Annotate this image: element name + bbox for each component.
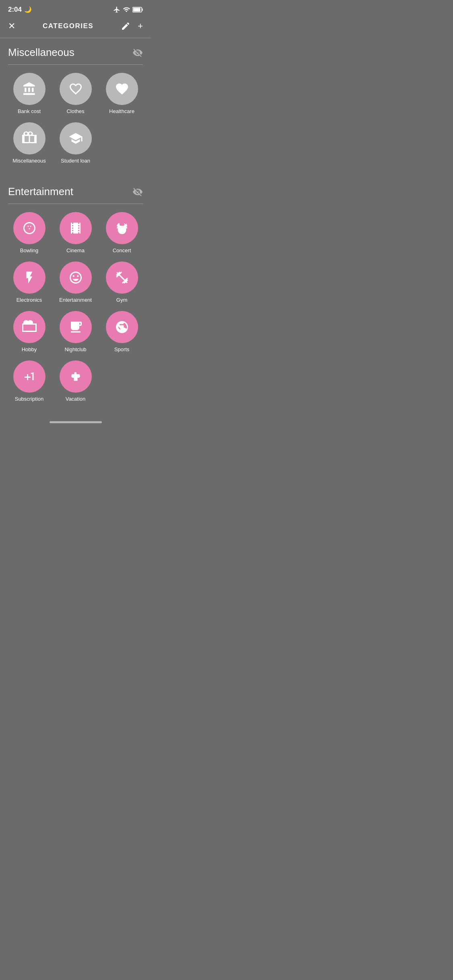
concert-icon	[115, 221, 129, 235]
clothes-icon-bg	[60, 73, 92, 105]
section-entertainment: Entertainment Bowling	[0, 177, 151, 406]
student-icon-bg	[60, 122, 92, 154]
category-cinema[interactable]: Cinema	[54, 212, 97, 253]
wifi-icon	[123, 6, 130, 13]
category-sports[interactable]: Sports	[101, 311, 143, 352]
clothes-label: Clothes	[66, 108, 84, 114]
healthcare-label: Healthcare	[109, 108, 134, 114]
bowling-icon-bg	[13, 212, 46, 244]
gym-icon	[115, 270, 129, 285]
clothes-icon	[68, 82, 83, 96]
subscription-icon-bg	[13, 360, 46, 393]
status-time: 2:04	[8, 6, 22, 14]
category-concert[interactable]: Concert	[101, 212, 143, 253]
hobby-label: Hobby	[22, 346, 37, 352]
bottom-bar	[0, 418, 151, 426]
category-healthcare[interactable]: Healthcare	[101, 73, 143, 114]
gym-label: Gym	[116, 297, 127, 303]
misc-icon	[22, 131, 37, 146]
misc-icon-bg	[13, 122, 46, 154]
svg-rect-2	[133, 8, 141, 12]
status-right	[113, 6, 143, 13]
electronics-label: Electronics	[17, 297, 42, 303]
category-bowling[interactable]: Bowling	[8, 212, 50, 253]
edit-button[interactable]	[121, 21, 130, 31]
close-button[interactable]: ✕	[8, 21, 15, 31]
concert-label: Concert	[113, 247, 131, 253]
section-miscellaneous-title: Miscellaneous	[8, 46, 74, 59]
cinema-icon	[68, 221, 83, 235]
cinema-icon-bg	[60, 212, 92, 244]
hobby-icon	[22, 320, 37, 334]
cinema-label: Cinema	[66, 247, 85, 253]
header-actions: +	[121, 21, 143, 31]
category-student-loan[interactable]: Student loan	[54, 122, 97, 164]
add-button[interactable]: +	[138, 21, 143, 31]
section-entertainment-title: Entertainment	[8, 185, 73, 198]
moon-icon: 🌙	[24, 6, 32, 13]
category-miscellaneous-item[interactable]: Miscellaneous	[8, 122, 50, 164]
electronics-icon	[22, 270, 37, 285]
category-subscription[interactable]: Subscription	[8, 360, 50, 402]
section-entertainment-header: Entertainment	[8, 185, 143, 198]
home-indicator	[50, 421, 102, 423]
category-entertainment-item[interactable]: Entertainment	[54, 261, 97, 303]
vacation-label: Vacation	[66, 396, 86, 402]
misc-label: Miscellaneous	[12, 158, 46, 164]
nightclub-label: Nightclub	[64, 346, 86, 352]
bank-cost-icon-bg	[13, 73, 46, 105]
category-nightclub[interactable]: Nightclub	[54, 311, 97, 352]
subscription-label: Subscription	[15, 396, 44, 402]
header: ✕ CATEGORIES +	[0, 17, 151, 38]
sports-label: Sports	[114, 346, 130, 352]
concert-icon-bg	[106, 212, 138, 244]
bowling-label: Bowling	[20, 247, 39, 253]
section-miscellaneous-divider	[8, 64, 143, 65]
section-miscellaneous-header: Miscellaneous	[8, 46, 143, 59]
bowling-icon	[22, 221, 37, 235]
healthcare-icon-bg	[106, 73, 138, 105]
section-entertainment-divider	[8, 204, 143, 204]
entertainment-item-icon-bg	[60, 261, 92, 294]
student-loan-label: Student loan	[61, 158, 90, 164]
miscellaneous-grid: Bank cost Clothes Healthcare	[8, 73, 143, 168]
category-clothes[interactable]: Clothes	[54, 73, 97, 114]
entertainment-item-label: Entertainment	[59, 297, 92, 303]
vacation-icon-bg	[60, 360, 92, 393]
bank-icon	[22, 82, 37, 96]
bank-cost-label: Bank cost	[18, 108, 41, 114]
entertainment-item-icon	[68, 270, 83, 285]
category-bank-cost[interactable]: Bank cost	[8, 73, 50, 114]
visibility-toggle-miscellaneous[interactable]	[132, 47, 143, 58]
electronics-icon-bg	[13, 261, 46, 294]
scroll-area[interactable]: Miscellaneous Bank cost	[0, 38, 151, 418]
entertainment-grid: Bowling Cinema Concer	[8, 212, 143, 406]
healthcare-icon	[115, 82, 129, 96]
category-electronics[interactable]: Electronics	[8, 261, 50, 303]
vacation-icon	[68, 369, 83, 384]
nightclub-icon-bg	[60, 311, 92, 343]
hobby-icon-bg	[13, 311, 46, 343]
subscription-icon	[22, 369, 37, 384]
svg-rect-1	[142, 8, 143, 11]
battery-icon	[132, 7, 143, 12]
nightclub-icon	[68, 320, 83, 334]
sports-icon	[115, 320, 129, 334]
airplane-icon	[113, 6, 120, 13]
category-vacation[interactable]: Vacation	[54, 360, 97, 402]
page-title: CATEGORIES	[43, 22, 93, 30]
student-icon	[68, 131, 83, 146]
category-gym[interactable]: Gym	[101, 261, 143, 303]
category-hobby[interactable]: Hobby	[8, 311, 50, 352]
section-miscellaneous: Miscellaneous Bank cost	[0, 38, 151, 168]
status-bar: 2:04 🌙	[0, 0, 151, 17]
status-left: 2:04 🌙	[8, 6, 32, 14]
gym-icon-bg	[106, 261, 138, 294]
sports-icon-bg	[106, 311, 138, 343]
visibility-toggle-entertainment[interactable]	[132, 187, 143, 197]
